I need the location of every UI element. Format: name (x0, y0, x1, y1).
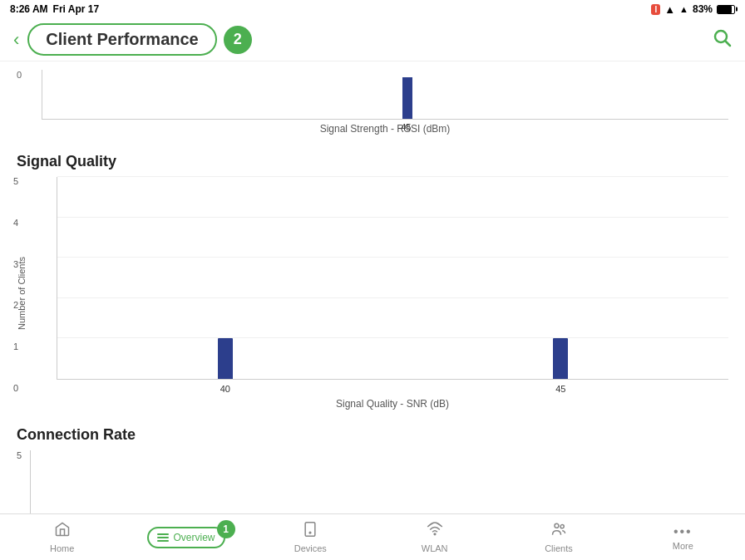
tab-home-label: Home (50, 543, 74, 553)
ss-chart-area: -45 (42, 70, 728, 120)
cr-y-tick-5: 5 (17, 450, 27, 460)
sq-bar-45-label: 45 (555, 384, 565, 394)
sq-bar-45 (553, 338, 568, 379)
tab-devices[interactable]: Devices (249, 514, 372, 560)
sq-y-tick-3: 3 (13, 260, 18, 269)
sq-y-axis-title: Number of Clients (17, 177, 30, 410)
connection-rate-section: Connection Rate 4 5 (0, 426, 745, 513)
sq-y-tick-0: 0 (13, 384, 18, 393)
ss-bar (402, 77, 412, 119)
signal-icon: ▲ (679, 4, 688, 14)
sq-y-tick-5: 5 (13, 177, 18, 186)
header-badge: 2 (224, 26, 252, 54)
date-display: Fri Apr 17 (53, 3, 100, 15)
tab-overview[interactable]: Overview 1 (124, 514, 248, 560)
sq-bar-40-label: 40 (220, 384, 230, 394)
overview-badge: 1 (217, 520, 235, 538)
main-content: 0 -45 Signal Strength - RSSI (dBm) Signa… (0, 61, 745, 513)
tab-more-label: More (673, 541, 693, 551)
battery-pct: 83% (693, 3, 713, 15)
signal-quality-section: Signal Quality Number of Clients 0 1 2 3… (0, 153, 745, 426)
tab-home[interactable]: Home (0, 514, 124, 560)
more-dots-icon: ••• (673, 524, 693, 539)
home-icon (54, 521, 71, 542)
connection-rate-title: Connection Rate (17, 426, 728, 444)
svg-point-4 (434, 533, 436, 535)
tab-devices-label: Devices (294, 543, 327, 553)
sq-y-tick-4: 4 (13, 219, 18, 228)
signal-strength-section: 0 -45 Signal Strength - RSSI (dBm) (0, 61, 745, 153)
tab-wlan-label: WLAN (422, 543, 448, 553)
svg-point-3 (309, 532, 311, 533)
tab-clients[interactable]: Clients (496, 514, 620, 560)
devices-icon (302, 521, 318, 542)
tab-overview-label: Overview (173, 532, 215, 543)
sq-x-axis-label: Signal Quality - SNR (dB) (57, 398, 728, 410)
time-display: 8:26 AM (10, 3, 48, 15)
status-bar: 8:26 AM Fri Apr 17 I ▲ ▲ 83% (0, 0, 745, 18)
battery-icon (717, 5, 735, 14)
back-button[interactable]: ‹ (13, 31, 19, 49)
svg-point-6 (560, 525, 564, 528)
svg-rect-2 (305, 523, 315, 537)
search-button[interactable] (712, 27, 732, 52)
wifi-icon: ▲ (664, 3, 675, 16)
signal-quality-title: Signal Quality (17, 153, 728, 170)
tab-clients-label: Clients (545, 543, 573, 553)
svg-point-5 (555, 523, 559, 528)
signal-strength-chart: 0 -45 Signal Strength - RSSI (dBm) (17, 70, 728, 136)
clients-icon (550, 521, 567, 542)
tab-bar: Home Overview 1 Devices (0, 513, 745, 560)
tab-more[interactable]: ••• More (621, 514, 745, 560)
sq-plot-area: 40 45 (57, 177, 728, 380)
ss-y-label: 0 (17, 70, 22, 80)
sq-y-tick-2: 2 (13, 301, 18, 310)
header: ‹ Client Performance 2 (0, 18, 745, 61)
overview-tab-inner: Overview 1 (147, 527, 224, 548)
ss-x-label: Signal Strength - RSSI (dBm) (42, 123, 728, 135)
wlan-icon (427, 521, 443, 542)
ss-bar-label: -45 (398, 122, 412, 132)
dnd-icon: I (651, 4, 660, 15)
tab-wlan[interactable]: WLAN (372, 514, 496, 560)
sq-bar-40 (218, 338, 233, 379)
sq-y-tick-1: 1 (13, 342, 18, 351)
connection-rate-chart: 4 5 (17, 450, 728, 513)
overview-lines-icon (157, 533, 169, 542)
page-title: Client Performance (27, 23, 216, 56)
signal-quality-chart-wrapper: Number of Clients 0 1 2 3 4 5 (17, 177, 728, 410)
svg-line-1 (726, 41, 731, 46)
